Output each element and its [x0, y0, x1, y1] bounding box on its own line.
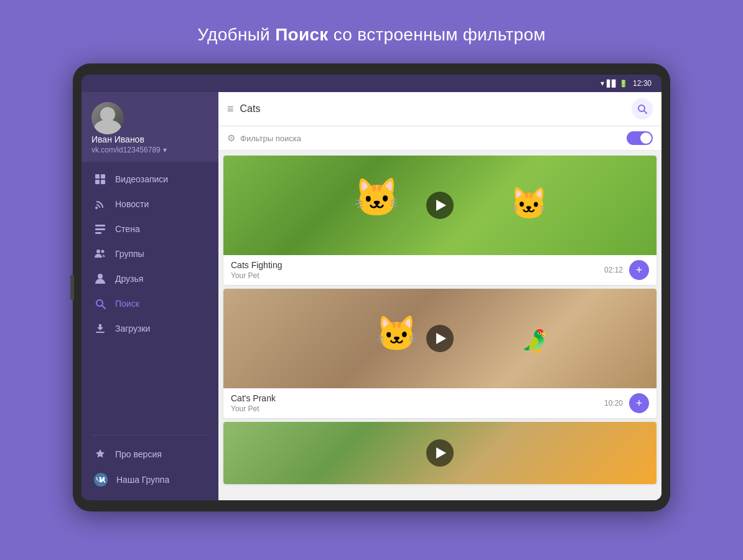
sidebar-label-pro: Про версия: [115, 449, 162, 459]
user-link: vk.com/id123456789: [91, 146, 161, 154]
sidebar-item-group[interactable]: Наша Группа: [82, 467, 218, 493]
page-title: Удобный Поиск со встроенным фильтром: [197, 25, 546, 45]
video-text-2: Cat's Prank Your Pet: [231, 393, 604, 413]
svg-rect-7: [95, 232, 101, 234]
status-icons: ▾ ▋▊ 🔋 12:30: [600, 79, 652, 88]
video-text-1: Cats Fighting Your Pet: [231, 260, 604, 280]
dropdown-arrow-icon[interactable]: ▾: [163, 146, 167, 154]
bottom-nav-items: Про версия Наша Группа: [82, 439, 218, 500]
svg-point-9: [101, 250, 105, 253]
video-card-2: Cat's Prank Your Pet 10:20 +: [223, 289, 657, 418]
play-button-1[interactable]: [426, 192, 454, 219]
play-button-3[interactable]: [426, 439, 454, 467]
tablet-screen: ▾ ▋▊ 🔋 12:30 Иван Иванов: [82, 75, 661, 500]
avatar: [91, 102, 124, 134]
video-add-button-2[interactable]: +: [629, 393, 649, 413]
svg-rect-0: [95, 174, 100, 179]
svg-rect-3: [101, 180, 105, 184]
toggle-thumb: [640, 133, 652, 144]
video-list: Cats Fighting Your Pet 02:12 +: [218, 151, 661, 500]
sidebar-item-videos[interactable]: Видеозаписи: [82, 167, 218, 192]
video-channel-2: Your Pet: [231, 404, 604, 413]
sidebar-label-friends: Друзья: [115, 274, 143, 284]
video-title-2: Cat's Prank: [231, 393, 604, 403]
sidebar-label-news: Новости: [115, 199, 149, 209]
play-button-2[interactable]: [426, 325, 454, 352]
sidebar: Иван Иванов vk.com/id123456789 ▾: [82, 92, 218, 500]
sidebar-item-friends[interactable]: Друзья: [82, 266, 218, 291]
video-add-button-1[interactable]: +: [629, 260, 649, 280]
play-triangle-icon: [436, 200, 446, 211]
svg-point-4: [95, 207, 98, 209]
search-bar: ≡: [218, 92, 661, 126]
video-thumbnail-3: [223, 422, 657, 484]
add-icon-1: +: [636, 264, 643, 276]
add-icon-2: +: [636, 398, 643, 409]
svg-line-12: [102, 306, 105, 309]
content-panel: ≡ ⚙ Фильтры поиска: [218, 92, 661, 500]
star-icon: [94, 448, 106, 460]
groups-icon: [94, 248, 106, 260]
grid-icon: [94, 173, 106, 185]
status-time: 12:30: [633, 79, 652, 88]
play-triangle-icon-3: [436, 447, 446, 459]
list-icon: [94, 223, 106, 235]
filter-gear-icon: ⚙: [227, 133, 235, 144]
search-icon: [94, 297, 106, 310]
person-icon: [94, 273, 106, 285]
user-link-row: vk.com/id123456789 ▾: [91, 146, 208, 162]
main-area: Иван Иванов vk.com/id123456789 ▾: [82, 92, 661, 500]
sidebar-item-downloads[interactable]: Загрузки: [82, 316, 218, 341]
search-input[interactable]: [240, 103, 625, 114]
filter-row: ⚙ Фильтры поиска: [218, 126, 661, 151]
search-button[interactable]: [632, 98, 653, 119]
filter-label: Фильтры поиска: [240, 134, 622, 143]
sidebar-item-news[interactable]: Новости: [82, 192, 218, 217]
sidebar-label-wall: Стена: [115, 224, 140, 234]
video-duration-1: 02:12: [604, 266, 623, 274]
video-card-3: [223, 422, 657, 484]
wifi-icon: ▾: [600, 79, 604, 88]
svg-rect-13: [96, 332, 105, 333]
play-triangle-icon-2: [436, 333, 446, 344]
sidebar-item-groups[interactable]: Группы: [82, 241, 218, 266]
svg-rect-5: [95, 225, 105, 226]
svg-line-15: [644, 111, 647, 113]
filter-toggle[interactable]: [627, 131, 653, 145]
download-icon: [94, 322, 106, 335]
nav-divider: [91, 435, 208, 436]
sidebar-label-groups: Группы: [115, 249, 144, 259]
svg-point-8: [96, 250, 100, 253]
video-info-1: Cats Fighting Your Pet 02:12 +: [223, 255, 657, 285]
sidebar-item-search[interactable]: Поиск: [82, 291, 218, 316]
video-card-1: Cats Fighting Your Pet 02:12 +: [223, 156, 657, 285]
sidebar-label-search: Поиск: [115, 299, 139, 309]
status-bar: ▾ ▋▊ 🔋 12:30: [82, 75, 661, 92]
vk-icon: [94, 473, 108, 487]
video-info-2: Cat's Prank Your Pet 10:20 +: [223, 388, 657, 418]
sidebar-label-videos: Видеозаписи: [115, 174, 168, 184]
sidebar-item-wall[interactable]: Стена: [82, 217, 218, 241]
sidebar-label-group: Наша Группа: [116, 475, 169, 485]
video-thumbnail-2: [223, 289, 657, 388]
svg-rect-1: [101, 174, 105, 179]
rss-icon: [94, 198, 106, 210]
video-channel-1: Your Pet: [231, 271, 604, 280]
tablet-side-button: [70, 275, 74, 300]
video-duration-2: 10:20: [604, 399, 623, 408]
hamburger-icon[interactable]: ≡: [227, 103, 234, 116]
battery-icon: 🔋: [619, 80, 628, 88]
sidebar-label-downloads: Загрузки: [115, 324, 150, 334]
video-title-1: Cats Fighting: [231, 260, 604, 270]
user-name: Иван Иванов: [91, 134, 208, 144]
user-profile: Иван Иванов vk.com/id123456789 ▾: [82, 92, 218, 162]
tablet-frame: ▾ ▋▊ 🔋 12:30 Иван Иванов: [73, 63, 670, 511]
signal-icon: ▋▊: [607, 80, 617, 88]
svg-rect-6: [95, 228, 105, 230]
nav-items: Видеозаписи Новости: [82, 162, 218, 431]
video-thumbnail-1: [223, 156, 657, 255]
sidebar-item-pro[interactable]: Про версия: [82, 442, 218, 467]
svg-point-10: [98, 274, 103, 279]
svg-rect-2: [95, 180, 100, 184]
